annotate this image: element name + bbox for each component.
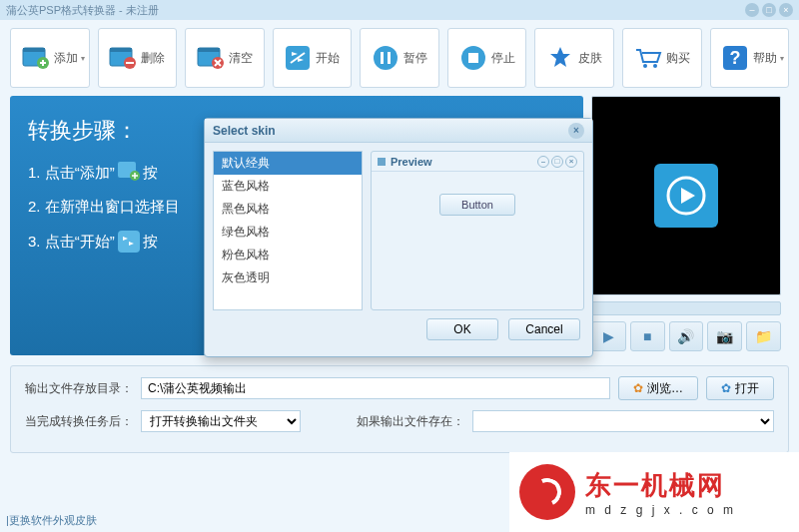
delete-button[interactable]: 删除 bbox=[98, 28, 178, 88]
delete-label: 删除 bbox=[141, 50, 165, 67]
output-dir-label: 输出文件存放目录： bbox=[25, 380, 133, 397]
svg-rect-6 bbox=[126, 62, 134, 64]
preview-column: ▶ ■ 🔊 📷 📁 bbox=[591, 96, 781, 355]
svg-point-16 bbox=[643, 64, 647, 68]
add-button[interactable]: 添加 ▾ bbox=[10, 28, 90, 88]
title-bar: 蒲公英PSP格式转换器 - 未注册 – □ × bbox=[0, 0, 799, 20]
open-folder-button[interactable]: 📁 bbox=[746, 321, 781, 351]
svg-text:?: ? bbox=[730, 48, 741, 68]
watermark-text: 东一机械网 bbox=[585, 468, 736, 503]
preview-max-icon: □ bbox=[551, 156, 563, 168]
after-task-select[interactable]: 打开转换输出文件夹 bbox=[141, 410, 301, 432]
skin-preview-panel: Preview – □ × Button bbox=[371, 151, 584, 310]
ok-button[interactable]: OK bbox=[426, 318, 498, 340]
stop-label: 停止 bbox=[491, 50, 515, 67]
skin-item[interactable]: 灰色透明 bbox=[214, 266, 362, 289]
dialog-title: Select skin bbox=[213, 124, 276, 138]
svg-rect-8 bbox=[198, 48, 220, 52]
minimize-button[interactable]: – bbox=[745, 3, 759, 17]
play-button[interactable]: ▶ bbox=[591, 321, 626, 351]
change-skin-link[interactable]: |更换软件外观皮肤 bbox=[6, 513, 97, 528]
buy-button[interactable]: 购买 bbox=[622, 28, 702, 88]
output-panel: 输出文件存放目录： ✿浏览… ✿打开 当完成转换任务后： 打开转换输出文件夹 如… bbox=[10, 365, 789, 453]
cancel-button[interactable]: Cancel bbox=[508, 318, 580, 340]
skin-item[interactable]: 绿色风格 bbox=[214, 221, 362, 244]
caret-icon: ▾ bbox=[81, 54, 85, 63]
start-icon bbox=[118, 231, 140, 253]
add-icon bbox=[118, 162, 140, 184]
svg-rect-12 bbox=[381, 52, 384, 64]
preview-min-icon: – bbox=[537, 156, 549, 168]
watermark-url: m d z g j x . c o m bbox=[585, 503, 736, 517]
svg-rect-1 bbox=[23, 48, 45, 52]
pause-button[interactable]: 暂停 bbox=[360, 28, 439, 88]
skin-item[interactable]: 默认经典 bbox=[214, 152, 362, 175]
open-button[interactable]: ✿打开 bbox=[706, 376, 774, 400]
add-label: 添加 bbox=[54, 50, 78, 67]
play-icon bbox=[654, 164, 718, 228]
snapshot-button[interactable]: 📷 bbox=[707, 321, 742, 351]
start-icon bbox=[284, 44, 312, 72]
dialog-titlebar: Select skin × bbox=[205, 119, 592, 143]
help-label: 帮助 bbox=[753, 50, 777, 67]
skin-item[interactable]: 蓝色风格 bbox=[214, 175, 362, 198]
square-icon bbox=[378, 158, 386, 166]
start-label: 开始 bbox=[316, 50, 340, 67]
svg-rect-15 bbox=[468, 53, 478, 63]
svg-rect-13 bbox=[388, 52, 391, 64]
svg-point-17 bbox=[653, 64, 657, 68]
clear-label: 清空 bbox=[229, 50, 253, 67]
video-preview bbox=[591, 96, 781, 295]
gear-icon: ✿ bbox=[721, 381, 731, 395]
stop-icon bbox=[459, 44, 487, 72]
star-icon bbox=[546, 44, 574, 72]
gear-icon: ✿ bbox=[633, 381, 643, 395]
after-task-label: 当完成转换任务后： bbox=[25, 413, 133, 430]
caret-icon: ▾ bbox=[780, 54, 784, 63]
delete-icon bbox=[109, 44, 137, 72]
skin-list[interactable]: 默认经典蓝色风格黑色风格绿色风格粉色风格灰色透明 bbox=[213, 151, 363, 310]
toolbar: 添加 ▾ 删除 清空 开始 暂停 停止 皮肤 购买 ? 帮助 ▾ bbox=[0, 20, 799, 96]
preview-controls: ▶ ■ 🔊 📷 📁 bbox=[591, 321, 781, 351]
add-icon bbox=[22, 44, 50, 72]
skin-item[interactable]: 粉色风格 bbox=[214, 244, 362, 266]
stop-button[interactable]: 停止 bbox=[447, 28, 527, 88]
pause-label: 暂停 bbox=[403, 50, 427, 67]
if-exist-label: 如果输出文件存在： bbox=[357, 413, 464, 430]
preview-title: Preview bbox=[391, 156, 432, 168]
if-exist-select[interactable] bbox=[472, 410, 774, 432]
help-button[interactable]: ? 帮助 ▾ bbox=[710, 28, 790, 88]
maximize-button[interactable]: □ bbox=[762, 3, 776, 17]
output-dir-input[interactable] bbox=[141, 377, 610, 399]
window-title: 蒲公英PSP格式转换器 - 未注册 bbox=[6, 3, 159, 18]
select-skin-dialog: Select skin × 默认经典蓝色风格黑色风格绿色风格粉色风格灰色透明 P… bbox=[204, 118, 593, 357]
skin-item[interactable]: 黑色风格 bbox=[214, 198, 362, 221]
dialog-close-button[interactable]: × bbox=[568, 123, 584, 139]
close-button[interactable]: × bbox=[779, 3, 793, 17]
help-icon: ? bbox=[721, 44, 749, 72]
cart-icon bbox=[634, 44, 662, 72]
svg-rect-4 bbox=[110, 48, 132, 52]
watermark: 东一机械网 m d z g j x . c o m bbox=[509, 452, 799, 532]
skin-label: 皮肤 bbox=[578, 50, 602, 67]
svg-point-11 bbox=[374, 46, 398, 70]
preview-close-icon: × bbox=[565, 156, 577, 168]
seek-slider[interactable] bbox=[591, 301, 781, 315]
clear-icon bbox=[197, 44, 225, 72]
browse-button[interactable]: ✿浏览… bbox=[618, 376, 698, 400]
start-button[interactable]: 开始 bbox=[273, 28, 353, 88]
clear-button[interactable]: 清空 bbox=[185, 28, 265, 88]
pause-icon bbox=[372, 44, 400, 72]
buy-label: 购买 bbox=[666, 50, 690, 67]
skin-button[interactable]: 皮肤 bbox=[534, 28, 614, 88]
stop-preview-button[interactable]: ■ bbox=[630, 321, 665, 351]
watermark-logo bbox=[519, 464, 575, 520]
preview-sample-button: Button bbox=[439, 194, 515, 216]
volume-button[interactable]: 🔊 bbox=[669, 321, 704, 351]
